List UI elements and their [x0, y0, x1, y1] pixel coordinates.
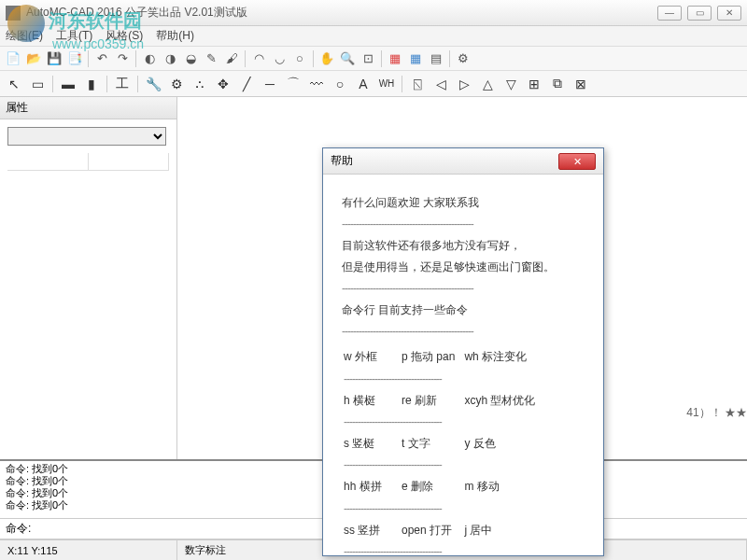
menu-draw[interactable]: 绘图(E): [6, 28, 43, 44]
hbar-icon[interactable]: ▬: [58, 74, 78, 94]
vbar-icon[interactable]: ▮: [81, 74, 102, 94]
save-icon[interactable]: 💾: [45, 49, 63, 68]
shape3-icon[interactable]: ○: [290, 49, 309, 68]
property-row: [7, 153, 169, 171]
move-icon[interactable]: ✥: [213, 74, 233, 94]
command-label: 命令:: [6, 521, 31, 537]
grid-icon[interactable]: ▤: [427, 49, 445, 68]
canvas-text: 41）！ ★★: [686, 405, 747, 421]
new-icon[interactable]: 📄: [4, 49, 22, 68]
toolbar-1: 📄 📂 💾 📑 ↶ ↷ ◐ ◑ ◒ ✎ 🖌 ◠ ◡ ○ ✋ 🔍 ⊡ ▦ ▦ ▤ …: [0, 47, 747, 71]
menubar: 绘图(E) 工具(T) 风格(S) 帮助(H): [0, 26, 747, 47]
sidebar: 属性: [0, 97, 177, 459]
titlebar: AutoMC-CAD 2016 公子笑出品 V2.01测试版 — ▭ ✕: [0, 0, 747, 26]
maximize-button[interactable]: ▭: [687, 6, 712, 21]
dialog-close-button[interactable]: ✕: [558, 153, 596, 170]
app-icon: [6, 6, 21, 21]
menu-tools[interactable]: 工具(T): [56, 28, 92, 44]
help-note: 但是使用得当，还是足够快速画出门窗图。: [342, 259, 585, 276]
redo-icon[interactable]: ↷: [113, 49, 132, 68]
shape1-icon[interactable]: ◠: [249, 49, 268, 68]
sym4-icon[interactable]: △: [477, 74, 498, 94]
minimize-button[interactable]: —: [657, 6, 682, 21]
dialog-title: 帮助: [331, 153, 558, 169]
arc-icon[interactable]: ⌒: [283, 74, 303, 94]
wrench-icon[interactable]: 🔧: [143, 74, 163, 94]
status-coords: X:11 Y:115: [0, 540, 177, 560]
sym6-icon[interactable]: ⊞: [524, 74, 544, 94]
help-cmd-table: w 外框p 拖动 panwh 标注变化 --------------------…: [342, 344, 544, 560]
properties-dropdown[interactable]: [7, 127, 166, 146]
beam-icon[interactable]: 工: [112, 74, 133, 94]
brush-icon[interactable]: 🖌: [222, 49, 241, 68]
line-icon[interactable]: ╱: [236, 74, 257, 94]
tool-a-icon[interactable]: ◐: [140, 49, 159, 68]
menu-help[interactable]: 帮助(H): [156, 28, 194, 44]
close-button[interactable]: ✕: [717, 6, 741, 21]
toolbar-2: ↖ ▭ ▬ ▮ 工 🔧 ⚙ ⛬ ✥ ╱ ─ ⌒ 〰 ○ A WH ⍂ ◁ ▷ △…: [0, 71, 747, 97]
sym8-icon[interactable]: ⊠: [571, 74, 591, 94]
gear2-icon[interactable]: ⚙: [166, 74, 187, 94]
zoom-icon[interactable]: 🔍: [338, 49, 357, 68]
circle-icon[interactable]: ○: [330, 74, 350, 94]
palette1-icon[interactable]: ▦: [386, 49, 404, 68]
sym2-icon[interactable]: ◁: [430, 74, 451, 94]
settings-icon[interactable]: ⚙: [454, 49, 472, 68]
hline-icon[interactable]: ─: [260, 74, 280, 94]
undo-icon[interactable]: ↶: [92, 49, 111, 68]
open-icon[interactable]: 📂: [24, 49, 43, 68]
curve-icon[interactable]: 〰: [306, 74, 327, 94]
saveas-icon[interactable]: 📑: [65, 49, 84, 68]
help-intro: 有什么问题欢迎 大家联系我: [342, 194, 585, 212]
sym7-icon[interactable]: ⧉: [547, 74, 568, 94]
tool-c-icon[interactable]: ◒: [181, 49, 200, 68]
palette2-icon[interactable]: ▦: [406, 49, 425, 68]
help-note: 目前这软件还有很多地方没有写好，: [342, 237, 585, 255]
rect-icon[interactable]: ▭: [27, 74, 48, 94]
zoomfit-icon[interactable]: ⊡: [359, 49, 377, 68]
properties-panel-title: 属性: [0, 97, 176, 119]
property-cell[interactable]: [89, 153, 170, 170]
window-title: AutoMC-CAD 2016 公子笑出品 V2.01测试版: [26, 5, 657, 21]
shape2-icon[interactable]: ◡: [270, 49, 289, 68]
help-dialog: 帮助 ✕ 有什么问题欢迎 大家联系我 ---------------------…: [322, 147, 604, 556]
sym3-icon[interactable]: ▷: [454, 74, 474, 94]
menu-style[interactable]: 风格(S): [106, 28, 143, 44]
tool-b-icon[interactable]: ◑: [161, 49, 179, 68]
sym1-icon[interactable]: ⍂: [407, 74, 428, 94]
hand-icon[interactable]: ✋: [317, 49, 336, 68]
property-cell[interactable]: [7, 153, 89, 170]
text-icon[interactable]: A: [353, 74, 374, 94]
help-cmd-title: 命令行 目前支持一些命令: [342, 301, 585, 319]
wh-icon[interactable]: WH: [376, 74, 397, 94]
pencil-icon[interactable]: ✎: [202, 49, 220, 68]
arrows-icon[interactable]: ⛬: [190, 74, 210, 94]
dialog-body: 有什么问题欢迎 大家联系我 --------------------------…: [323, 175, 603, 560]
sym5-icon[interactable]: ▽: [500, 74, 521, 94]
select-icon[interactable]: ↖: [4, 74, 24, 94]
